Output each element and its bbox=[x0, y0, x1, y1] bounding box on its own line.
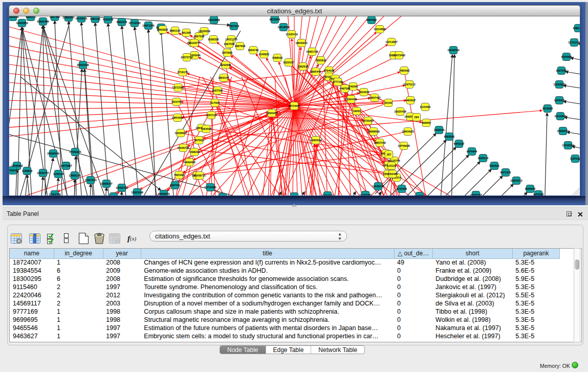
svg-text:9463627: 9463627 bbox=[405, 99, 416, 102]
svg-text:18300295: 18300295 bbox=[266, 112, 278, 115]
svg-text:3215958: 3215958 bbox=[542, 107, 553, 110]
svg-text:3624554: 3624554 bbox=[359, 91, 369, 94]
svg-text:8172169: 8172169 bbox=[108, 195, 119, 195]
svg-text:21364436: 21364436 bbox=[345, 98, 357, 101]
svg-text:4285271: 4285271 bbox=[26, 16, 36, 18]
svg-text:16033809: 16033809 bbox=[208, 18, 220, 21]
svg-text:17957223: 17957223 bbox=[84, 179, 97, 182]
svg-text:4129379: 4129379 bbox=[103, 18, 114, 21]
svg-text:14136141: 14136141 bbox=[372, 185, 384, 188]
svg-text:12975115: 12975115 bbox=[403, 83, 415, 86]
svg-text:15193775: 15193775 bbox=[188, 41, 201, 45]
svg-text:317008: 317008 bbox=[210, 101, 220, 104]
svg-text:20206536: 20206536 bbox=[47, 152, 59, 155]
svg-text:8593892: 8593892 bbox=[444, 135, 455, 138]
svg-text:62160: 62160 bbox=[385, 101, 393, 104]
svg-text:18807249: 18807249 bbox=[374, 141, 386, 144]
svg-text:10958107: 10958107 bbox=[100, 182, 113, 185]
svg-text:23208715: 23208715 bbox=[193, 174, 206, 177]
svg-text:1610755: 1610755 bbox=[171, 100, 182, 103]
svg-text:20053346: 20053346 bbox=[77, 63, 89, 67]
svg-text:1588520: 1588520 bbox=[272, 56, 283, 59]
svg-text:19218506: 19218506 bbox=[277, 26, 290, 29]
svg-text:9245652: 9245652 bbox=[525, 187, 536, 190]
svg-text:3267110: 3267110 bbox=[206, 114, 216, 117]
svg-text:20691406: 20691406 bbox=[37, 20, 49, 23]
svg-text:16671355: 16671355 bbox=[142, 24, 155, 27]
svg-text:1167534: 1167534 bbox=[570, 157, 580, 160]
svg-text:10046728: 10046728 bbox=[177, 146, 189, 149]
svg-text:12213967: 12213967 bbox=[385, 40, 398, 43]
svg-text:10654112: 10654112 bbox=[510, 179, 522, 182]
svg-text:6524305: 6524305 bbox=[289, 195, 300, 195]
svg-text:9227342: 9227342 bbox=[556, 69, 567, 72]
svg-text:18724007: 18724007 bbox=[288, 104, 300, 107]
svg-text:19756928: 19756928 bbox=[398, 144, 410, 147]
svg-text:1244415: 1244415 bbox=[554, 99, 565, 102]
svg-text:16961758: 16961758 bbox=[306, 50, 318, 53]
svg-text:8931579: 8931579 bbox=[117, 20, 127, 24]
svg-text:10973493: 10973493 bbox=[393, 54, 405, 57]
svg-text:2803144: 2803144 bbox=[219, 76, 229, 79]
svg-text:1495191: 1495191 bbox=[90, 17, 101, 20]
svg-text:2087682: 2087682 bbox=[366, 18, 377, 21]
svg-text:1145194: 1145194 bbox=[53, 172, 63, 176]
svg-text:9529966: 9529966 bbox=[561, 55, 572, 58]
svg-text:9115460: 9115460 bbox=[420, 105, 430, 108]
svg-text:16154808: 16154808 bbox=[374, 28, 386, 31]
svg-text:9777169: 9777169 bbox=[333, 80, 343, 83]
svg-text:17151708: 17151708 bbox=[49, 193, 61, 195]
svg-text:14456679: 14456679 bbox=[158, 192, 170, 195]
svg-text:8186328: 8186328 bbox=[208, 38, 219, 41]
svg-text:12213382: 12213382 bbox=[172, 86, 184, 89]
svg-text:2718176: 2718176 bbox=[178, 71, 188, 74]
svg-text:2697462: 2697462 bbox=[50, 16, 60, 18]
svg-text:15720407: 15720407 bbox=[362, 119, 374, 122]
svg-text:7955812: 7955812 bbox=[316, 59, 326, 62]
svg-text:8322037: 8322037 bbox=[284, 61, 294, 64]
svg-text:16782759: 16782759 bbox=[116, 186, 128, 189]
svg-text:19654952: 19654952 bbox=[171, 116, 184, 119]
svg-text:10719185: 10719185 bbox=[128, 21, 141, 25]
svg-text:19166827: 19166827 bbox=[175, 132, 187, 135]
svg-text:16267547: 16267547 bbox=[470, 193, 482, 195]
svg-text:12905135: 12905135 bbox=[69, 174, 81, 177]
svg-text:14100380: 14100380 bbox=[359, 193, 372, 195]
svg-text:9794028: 9794028 bbox=[324, 69, 335, 72]
svg-text:19654923: 19654923 bbox=[402, 130, 414, 133]
svg-text:7357224: 7357224 bbox=[229, 25, 239, 28]
svg-text:9457791: 9457791 bbox=[170, 184, 181, 187]
svg-text:19465853: 19465853 bbox=[16, 21, 28, 25]
svg-text:17016504: 17016504 bbox=[562, 144, 574, 147]
svg-text:10807487: 10807487 bbox=[368, 96, 381, 99]
svg-text:7663822: 7663822 bbox=[158, 28, 168, 31]
svg-text:9146821: 9146821 bbox=[259, 53, 270, 56]
svg-text:12923448: 12923448 bbox=[131, 191, 143, 194]
svg-text:17359924: 17359924 bbox=[69, 150, 81, 154]
svg-text:15751074: 15751074 bbox=[568, 41, 580, 44]
svg-text:899695: 899695 bbox=[422, 121, 431, 124]
svg-text:14099488: 14099488 bbox=[183, 161, 195, 164]
svg-text:9827508: 9827508 bbox=[194, 35, 205, 38]
svg-text:15716485: 15716485 bbox=[204, 186, 216, 189]
svg-text:9242848: 9242848 bbox=[221, 63, 231, 67]
svg-text:22882351: 22882351 bbox=[62, 16, 75, 19]
svg-text:18640910: 18640910 bbox=[295, 41, 308, 45]
svg-text:10025438: 10025438 bbox=[394, 110, 406, 113]
svg-text:7625402: 7625402 bbox=[174, 173, 185, 177]
svg-text:11325419: 11325419 bbox=[286, 33, 297, 36]
svg-text:891295: 891295 bbox=[182, 31, 191, 34]
svg-text:867833: 867833 bbox=[194, 139, 204, 142]
svg-text:6479197: 6479197 bbox=[454, 142, 465, 145]
svg-text:10688609: 10688609 bbox=[367, 130, 380, 133]
svg-text:17295412: 17295412 bbox=[9, 169, 19, 172]
svg-text:9474444: 9474444 bbox=[467, 150, 477, 153]
svg-text:1733426: 1733426 bbox=[397, 187, 407, 190]
svg-text:10975867: 10975867 bbox=[60, 164, 72, 167]
svg-text:15692971: 15692971 bbox=[557, 129, 569, 133]
svg-text:1498222: 1498222 bbox=[189, 150, 200, 154]
svg-text:3875685: 3875685 bbox=[222, 51, 233, 54]
svg-text:6497568: 6497568 bbox=[340, 87, 351, 90]
svg-text:7485063: 7485063 bbox=[399, 69, 410, 72]
svg-text:13716227: 13716227 bbox=[321, 194, 334, 195]
